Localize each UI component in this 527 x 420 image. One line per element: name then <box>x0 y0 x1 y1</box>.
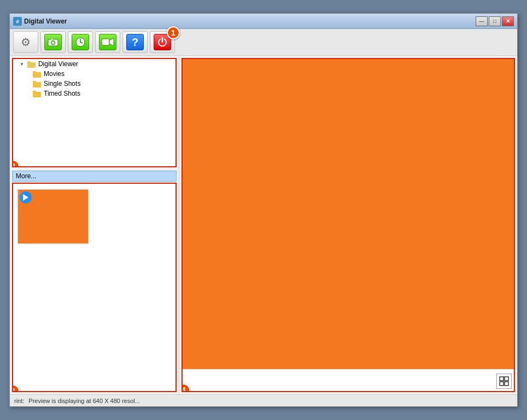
video-icon <box>101 37 114 47</box>
tree-item-single-shots[interactable]: ▶ Single Shots <box>13 79 175 89</box>
tree-item-timed-shots-label: Timed Shots <box>44 90 80 97</box>
close-button[interactable]: ✕ <box>502 16 514 26</box>
help-button[interactable]: ? <box>122 31 148 53</box>
timed-button[interactable] <box>68 31 93 53</box>
expand-icon: ▼ <box>20 62 24 67</box>
camera-icon <box>47 37 59 47</box>
preview-canvas: 4 <box>181 58 515 392</box>
folder-single-shots-icon <box>33 80 42 88</box>
step-badge-1: 1 <box>167 26 180 39</box>
status-bar: rint: Preview is displaying at 640 X 480… <box>10 394 517 406</box>
tree-panel: ▼ Digital Viewer ▶ Movies <box>12 58 177 167</box>
svg-marker-11 <box>109 38 114 46</box>
question-icon: ? <box>132 36 138 49</box>
main-area: ▼ Digital Viewer ▶ Movies <box>10 56 517 394</box>
clock-icon <box>74 36 86 48</box>
tree-item-timed-shots[interactable]: ▶ Timed Shots <box>13 89 175 98</box>
svg-rect-19 <box>33 91 36 93</box>
status-preview-text: Preview is displaying at 640 X 480 resol… <box>28 398 140 404</box>
app-icon: d <box>13 17 22 26</box>
fullscreen-icon <box>499 376 509 386</box>
svg-rect-23 <box>500 382 503 386</box>
svg-rect-15 <box>33 71 36 73</box>
tree-root-label: Digital Viewer <box>38 60 78 68</box>
expand-single-icon: ▶ <box>26 81 30 86</box>
tree-root-item[interactable]: ▼ Digital Viewer <box>13 59 175 69</box>
thumbnails-panel: 3 <box>12 183 177 392</box>
svg-rect-10 <box>102 39 109 45</box>
status-text: rint: <box>14 398 24 404</box>
window-controls: — □ ✕ <box>476 16 514 26</box>
clock-icon-wrapper <box>72 34 89 50</box>
preview-area: 4 <box>179 56 517 394</box>
preview-bottom-strip <box>183 369 514 391</box>
title-bar: d Digital Viewer — □ ✕ <box>10 14 517 29</box>
svg-rect-21 <box>500 377 503 381</box>
svg-rect-13 <box>27 61 31 63</box>
tree-item-movies-label: Movies <box>44 70 65 78</box>
fullscreen-button[interactable] <box>496 374 512 389</box>
power-button[interactable]: 1 <box>150 31 175 53</box>
svg-rect-17 <box>33 81 36 83</box>
camera-button[interactable] <box>40 31 66 53</box>
title-bar-left: d Digital Viewer <box>13 17 67 26</box>
gear-icon: ⚙ <box>21 36 31 49</box>
camera-icon-wrapper <box>44 34 62 50</box>
step-badge-2: 2 <box>12 160 20 167</box>
video-button[interactable] <box>95 31 120 53</box>
tree-item-movies[interactable]: ▶ Movies <box>13 69 175 79</box>
svg-marker-20 <box>23 194 28 201</box>
svg-rect-5 <box>51 38 53 40</box>
folder-movies-icon <box>33 70 42 78</box>
svg-rect-22 <box>505 377 508 381</box>
more-label: More... <box>16 172 36 180</box>
app-title: Digital Viewer <box>24 18 67 25</box>
svg-point-9 <box>80 42 81 43</box>
expand-timed-icon: ▶ <box>26 91 30 96</box>
thumbnail-item-1[interactable] <box>17 189 89 244</box>
minimize-button[interactable]: — <box>476 16 488 26</box>
play-icon-1 <box>20 191 32 203</box>
folder-root-icon <box>27 60 36 68</box>
left-panel: ▼ Digital Viewer ▶ Movies <box>10 56 179 394</box>
settings-icon-wrapper: ⚙ <box>17 34 34 50</box>
expand-movies-icon: ▶ <box>26 72 30 77</box>
tree-item-single-shots-label: Single Shots <box>44 80 80 88</box>
video-icon-wrapper <box>99 34 116 50</box>
app-window: d Digital Viewer — □ ✕ ⚙ <box>9 13 518 407</box>
power-icon <box>157 37 168 48</box>
step-badge-3: 3 <box>12 384 20 392</box>
settings-button[interactable]: ⚙ <box>13 31 38 53</box>
help-icon-wrapper: ? <box>126 34 144 50</box>
toolbar: ⚙ <box>10 29 517 56</box>
svg-rect-24 <box>505 382 508 386</box>
maximize-button[interactable]: □ <box>489 16 501 26</box>
more-button[interactable]: More... <box>12 171 177 182</box>
svg-point-4 <box>52 42 55 44</box>
svg-text:d: d <box>16 20 19 24</box>
folder-timed-shots-icon <box>33 90 42 97</box>
